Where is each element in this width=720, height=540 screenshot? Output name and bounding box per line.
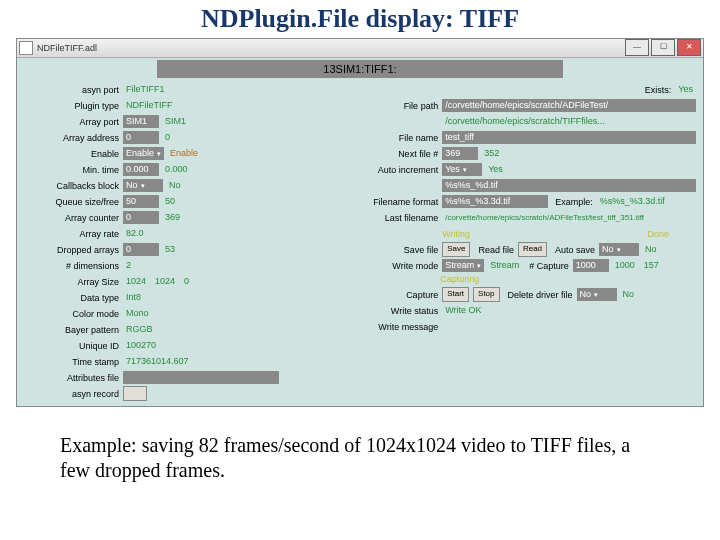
nextn-field[interactable]: 369 (442, 147, 478, 160)
enable-label: Enable (21, 149, 123, 159)
array-port-label: Array port (21, 117, 123, 127)
chevron-down-icon: ▾ (157, 147, 161, 160)
cmode-label: Color mode (21, 309, 123, 319)
dims-label: # dimensions (21, 261, 123, 271)
minimize-button[interactable]: — (625, 39, 649, 56)
rate-label: Array rate (21, 229, 123, 239)
app-window: NDFileTIFF.adl — ☐ ✕ 13SIM1:TIFF1: asyn … (16, 38, 704, 407)
array-port-field[interactable]: SIM1 (123, 115, 159, 128)
asyn-port-label: asyn port (21, 85, 123, 95)
dropped-field[interactable]: 0 (123, 243, 159, 256)
save-button[interactable]: Save (442, 242, 470, 257)
capturing-section: Capturing (342, 274, 699, 287)
array-addr-label: Array address (21, 133, 123, 143)
asyn-port-value: FileTIFF1 (123, 83, 168, 96)
capture-start-button[interactable]: Start (442, 287, 469, 302)
wmsg-label: Write message (342, 322, 442, 332)
autoinc-readback: Yes (485, 163, 506, 176)
autosave-readback: No (642, 243, 660, 256)
chevron-down-icon: ▾ (477, 259, 481, 272)
wmode-dropdown[interactable]: Stream▾ (442, 259, 484, 272)
array-addr-field[interactable]: 0 (123, 131, 159, 144)
delete-file-label: Delete driver file (504, 290, 577, 300)
autosave-label: Auto save (551, 245, 599, 255)
chevron-down-icon: ▾ (463, 163, 467, 176)
size-label: Array Size (21, 277, 123, 287)
attr-label: Attributes file (21, 373, 123, 383)
ncapture-b: 157 (641, 259, 662, 272)
done-label: Done (647, 229, 669, 239)
app-icon (19, 41, 33, 55)
wstatus-label: Write status (342, 306, 442, 316)
callbacks-label: Callbacks block (21, 181, 123, 191)
page-title: NDPlugin.File display: TIFF (0, 4, 720, 34)
lastf-readback: /corvette/home/epics/scratch/ADFileTest/… (442, 211, 696, 224)
ncapture-field[interactable]: 1000 (573, 259, 609, 272)
writing-section: Writing (442, 229, 470, 239)
callbacks-dropdown[interactable]: No▾ (123, 179, 163, 192)
dropped-label: Dropped arrays (21, 245, 123, 255)
min-time-label: Min. time (21, 165, 123, 175)
lastf-label: Last filename (342, 213, 442, 223)
read-file-label: Read file (474, 245, 518, 255)
window-title: NDFileTIFF.adl (37, 43, 97, 53)
arec-label: asyn record (21, 389, 123, 399)
filepath-label: File path (342, 101, 442, 111)
size-c: 0 (181, 275, 192, 288)
counter-field[interactable]: 0 (123, 211, 159, 224)
read-button[interactable]: Read (518, 242, 547, 257)
wstatus-readback: Write OK (442, 304, 484, 317)
chevron-down-icon: ▾ (617, 243, 621, 256)
chevron-down-icon: ▾ (594, 288, 598, 301)
filepath-readback: /corvette/home/epics/scratch/TIFFfiles..… (442, 115, 696, 128)
size-a: 1024 (123, 275, 149, 288)
array-port-readback: SIM1 (162, 115, 189, 128)
bayer-readback: RGGB (123, 323, 156, 336)
ts-label: Time stamp (21, 357, 123, 367)
right-column: Exists:Yes File path/corvette/home/epics… (342, 82, 699, 402)
wmode-label: Write mode (342, 261, 442, 271)
queue-label: Queue size/free (21, 197, 123, 207)
uid-label: Unique ID (21, 341, 123, 351)
capture-stop-button[interactable]: Stop (473, 287, 499, 302)
plugin-type-label: Plugin type (21, 101, 123, 111)
fname-label: File name (342, 133, 442, 143)
asyn-record-button[interactable] (123, 386, 147, 401)
autoinc-dropdown[interactable]: Yes▾ (442, 163, 482, 176)
fname-field[interactable]: test_tiff (442, 131, 696, 144)
counter-label: Array counter (21, 213, 123, 223)
enable-dropdown[interactable]: Enable▾ (123, 147, 164, 160)
fmt-template-field[interactable]: %s%s_%d.tif (442, 179, 696, 192)
chevron-down-icon: ▾ (141, 179, 145, 192)
filepath-field[interactable]: /corvette/home/epics/scratch/ADFileTest/ (442, 99, 696, 112)
maximize-button[interactable]: ☐ (651, 39, 675, 56)
nextn-label: Next file # (342, 149, 442, 159)
min-time-field[interactable]: 0.000 (123, 163, 159, 176)
bayer-label: Bayer pattern (21, 325, 123, 335)
autoinc-label: Auto increment (342, 165, 442, 175)
array-addr-readback: 0 (162, 131, 173, 144)
close-button[interactable]: ✕ (677, 39, 701, 56)
queue-field[interactable]: 50 (123, 195, 159, 208)
ncapture-label: # Capture (525, 261, 573, 271)
attr-field[interactable] (123, 371, 279, 384)
size-b: 1024 (152, 275, 178, 288)
delete-file-dropdown[interactable]: No▾ (577, 288, 617, 301)
callbacks-readback: No (166, 179, 184, 192)
autosave-dropdown[interactable]: No▾ (599, 243, 639, 256)
title-bar: NDFileTIFF.adl — ☐ ✕ (17, 39, 703, 58)
dtype-readback: Int8 (123, 291, 144, 304)
caption-text: Example: saving 82 frames/second of 1024… (60, 433, 660, 483)
dropped-readback: 53 (162, 243, 178, 256)
queue-readback: 50 (162, 195, 178, 208)
counter-readback: 369 (162, 211, 183, 224)
dtype-label: Data type (21, 293, 123, 303)
fmt-example: %s%s_%3.3d.tif (597, 195, 668, 208)
pv-header: 13SIM1:TIFF1: (157, 60, 563, 78)
left-column: asyn portFileTIFF1 Plugin typeNDFileTIFF… (21, 82, 342, 402)
fmt-field[interactable]: %s%s_%3.3d.tif (442, 195, 548, 208)
min-time-readback: 0.000 (162, 163, 191, 176)
fmt-example-label: Example: (551, 197, 597, 207)
nextn-readback: 352 (481, 147, 502, 160)
delete-file-readback: No (620, 288, 638, 301)
